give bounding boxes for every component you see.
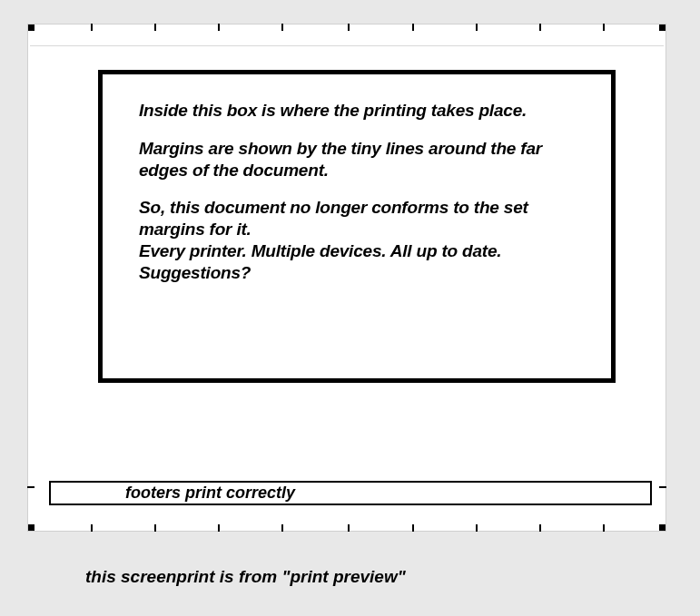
margin-tick — [348, 24, 350, 31]
margin-tick — [154, 24, 156, 31]
content-box: Inside this box is where the printing ta… — [98, 70, 616, 383]
margin-corner — [659, 24, 665, 31]
margin-tick — [476, 24, 478, 31]
footer-text: footers print correctly — [125, 484, 295, 503]
margin-tick — [603, 24, 605, 31]
margin-tick — [412, 24, 414, 31]
content-paragraph-2: Margins are shown by the tiny lines arou… — [139, 138, 584, 181]
margin-tick — [539, 524, 541, 532]
margin-tick — [91, 24, 93, 31]
margin-corner — [28, 24, 35, 31]
margin-tick — [659, 486, 666, 488]
margin-corner — [28, 524, 35, 531]
margin-tick — [218, 524, 220, 532]
margin-tick — [91, 524, 93, 532]
page-rule — [30, 45, 664, 46]
footer-box: footers print correctly — [49, 481, 652, 505]
margin-corner — [659, 524, 665, 531]
content-paragraph-1: Inside this box is where the printing ta… — [139, 100, 584, 122]
margin-tick — [154, 524, 156, 532]
margin-tick — [348, 524, 350, 532]
margin-tick — [476, 524, 478, 532]
margin-tick — [281, 24, 283, 31]
content-paragraph-3: So, this document no longer conforms to … — [139, 197, 584, 283]
margin-tick — [412, 524, 414, 532]
margin-tick — [27, 486, 35, 488]
margin-tick — [539, 24, 541, 31]
margin-tick — [281, 524, 283, 532]
margin-tick — [603, 524, 605, 532]
margin-tick — [218, 24, 220, 31]
caption-text: this screenprint is from "print preview" — [85, 567, 406, 587]
